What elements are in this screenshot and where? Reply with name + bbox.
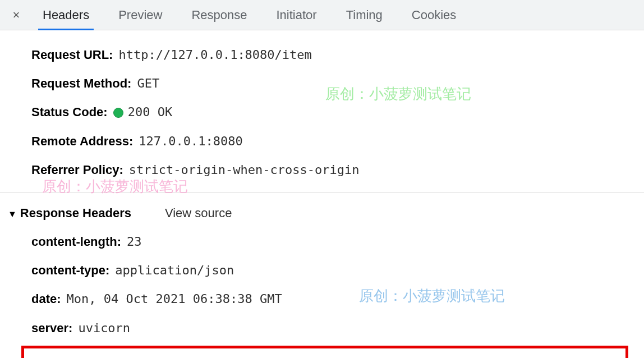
- close-icon[interactable]: ×: [4, 8, 28, 22]
- remote-address-label: Remote Address:: [31, 131, 133, 151]
- set-cookie-highlight: set-cookie: test_token=tokenABC; Path=/;…: [21, 346, 628, 358]
- content-length-value: 23: [127, 232, 142, 251]
- collapse-arrow-icon: ▼: [8, 209, 17, 219]
- status-code-text: 200 OK: [128, 105, 172, 119]
- set-cookie-row: set-cookie: test_token=tokenABC; Path=/;…: [33, 351, 617, 358]
- request-url-value: http://127.0.0.1:8080/item: [118, 45, 311, 65]
- tab-response[interactable]: Response: [177, 0, 261, 30]
- referrer-policy-row: Referrer Policy: strict-origin-when-cros…: [0, 155, 644, 184]
- set-cookie-value: test_token=tokenABC; Path=/; SameSite=la…: [104, 355, 408, 358]
- date-row: date: Mon, 04 Oct 2021 06:38:38 GMT: [0, 284, 644, 313]
- server-label: server:: [31, 318, 72, 338]
- status-code-value: 200 OK: [113, 102, 172, 122]
- referrer-policy-label: Referrer Policy:: [31, 160, 123, 180]
- set-cookie-label: set-cookie:: [33, 355, 98, 358]
- request-url-row: Request URL: http://127.0.0.1:8080/item: [0, 40, 644, 69]
- view-source-link[interactable]: View source: [165, 206, 232, 221]
- tab-cookies[interactable]: Cookies: [397, 0, 471, 30]
- referrer-policy-value: strict-origin-when-cross-origin: [129, 160, 360, 180]
- status-dot-icon: [113, 108, 123, 118]
- server-value: uvicorn: [78, 318, 130, 338]
- content-length-label: content-length:: [31, 232, 121, 251]
- date-value: Mon, 04 Oct 2021 06:38:38 GMT: [67, 289, 282, 309]
- content-type-row: content-type: application/json: [0, 256, 644, 284]
- content-length-row: content-length: 23: [0, 227, 644, 256]
- remote-address-value: 127.0.0.1:8080: [139, 131, 242, 151]
- status-code-label: Status Code:: [31, 102, 108, 122]
- status-code-row: Status Code: 200 OK: [0, 98, 644, 126]
- request-method-row: Request Method: GET: [0, 69, 644, 98]
- tab-headers[interactable]: Headers: [28, 0, 104, 30]
- content-type-value: application/json: [115, 260, 234, 280]
- tabbar: × Headers Preview Response Initiator Tim…: [0, 0, 644, 30]
- tab-preview[interactable]: Preview: [104, 0, 177, 30]
- response-headers-section[interactable]: ▼ Response Headers View source: [0, 192, 644, 227]
- request-method-label: Request Method:: [31, 74, 131, 93]
- content-type-label: content-type:: [31, 260, 109, 280]
- tab-initiator[interactable]: Initiator: [261, 0, 331, 30]
- headers-content: Request URL: http://127.0.0.1:8080/item …: [0, 30, 644, 358]
- request-url-label: Request URL:: [31, 45, 113, 65]
- tab-timing[interactable]: Timing: [332, 0, 397, 30]
- response-headers-title: Response Headers: [20, 206, 131, 221]
- remote-address-row: Remote Address: 127.0.0.1:8080: [0, 127, 644, 155]
- date-label: date:: [31, 289, 61, 309]
- server-row: server: uvicorn: [0, 314, 644, 342]
- request-method-value: GET: [137, 74, 159, 93]
